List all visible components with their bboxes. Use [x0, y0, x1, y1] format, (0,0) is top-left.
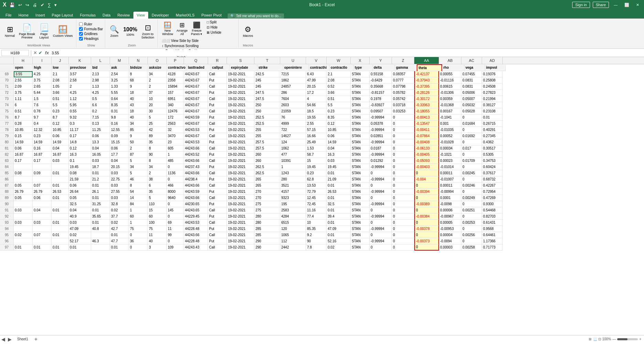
cell[interactable]: 44243.53	[184, 127, 208, 133]
cell[interactable]: 0	[461, 176, 482, 183]
redo-button[interactable]: ↪	[25, 2, 30, 8]
cell[interactable]: 44243.59	[184, 114, 208, 121]
cell[interactable]: -0.06133	[414, 145, 439, 152]
cell[interactable]: 44228.48	[184, 226, 208, 232]
cell[interactable]: Put	[208, 176, 227, 183]
cell[interactable]: 3.75	[14, 90, 33, 96]
cell[interactable]: STAN	[351, 121, 370, 127]
cell[interactable]: 1	[280, 164, 306, 170]
cell[interactable]: 0.00005	[439, 220, 461, 226]
cell[interactable]: -0.00378	[414, 226, 439, 232]
cell[interactable]: 4.25	[33, 71, 52, 77]
cell[interactable]: 285	[254, 232, 280, 238]
cell[interactable]: 44243.66	[184, 232, 208, 238]
cell[interactable]: 0.01	[14, 244, 33, 251]
cell[interactable]: 0.00251	[461, 207, 482, 213]
cell[interactable]: 0.51	[327, 96, 351, 102]
cell[interactable]: 44243.65	[184, 207, 208, 213]
cell[interactable]: 0.37617	[482, 170, 503, 176]
cell[interactable]: 0	[392, 164, 414, 170]
cell[interactable]: 2	[148, 84, 167, 90]
cell[interactable]: 4	[306, 96, 327, 102]
cell[interactable]: 19-02-2021	[227, 158, 254, 164]
cell[interactable]: 2583	[280, 207, 306, 213]
cell[interactable]: Call	[208, 207, 227, 213]
cell[interactable]: 2.09	[14, 84, 33, 90]
zoom-100-button[interactable]: 100% 100%	[122, 22, 139, 42]
cell[interactable]: 0.00359	[439, 96, 461, 102]
cell[interactable]: 0.001	[439, 121, 461, 127]
cell[interactable]: -0.99994	[370, 176, 392, 183]
cell[interactable]: -0.05093	[414, 158, 439, 164]
cell[interactable]: 12.55	[110, 127, 129, 133]
cell[interactable]: 0.05006	[461, 90, 482, 96]
cell[interactable]: 0.00246	[461, 183, 482, 189]
cell[interactable]: 0.01	[69, 244, 91, 251]
cell[interactable]: 10391	[280, 158, 306, 164]
cell[interactable]: 0.00253	[461, 220, 482, 226]
cell[interactable]: 0.01	[52, 183, 69, 189]
cell[interactable]: 8.35	[110, 102, 129, 108]
cell[interactable]: 34	[129, 121, 148, 127]
cell[interactable]: -0.33963	[414, 102, 439, 108]
cell[interactable]: 44243.67	[184, 90, 208, 96]
cell[interactable]: Call	[208, 195, 227, 201]
col-header-V[interactable]: V	[306, 57, 327, 64]
cell[interactable]: 30	[148, 108, 167, 114]
cell[interactable]: 21.09	[327, 176, 351, 183]
col-header-Q[interactable]: Q	[184, 57, 208, 64]
cell[interactable]: 9.8	[110, 114, 129, 121]
cell[interactable]: Call	[208, 244, 227, 251]
cell[interactable]: 0.28	[14, 121, 33, 127]
cell[interactable]: 47.99	[306, 77, 327, 84]
cell[interactable]: 0	[392, 213, 414, 220]
cell[interactable]: 0.5305	[482, 152, 503, 158]
cell[interactable]: 0.01	[91, 207, 110, 213]
ruler-checkbox-item[interactable]: Ruler	[79, 22, 103, 26]
cell[interactable]: 26.79	[33, 189, 52, 195]
cell[interactable]: 32.5	[69, 201, 91, 207]
cell[interactable]: 19-02-2021	[227, 189, 254, 195]
cell[interactable]: 0.0001	[439, 195, 461, 201]
cell[interactable]: 0.01	[327, 183, 351, 189]
cell[interactable]: 0.68732	[482, 176, 503, 183]
cell[interactable]: 47.09	[69, 226, 91, 232]
header-expirydate[interactable]: expirydate	[230, 65, 257, 71]
col-header-R[interactable]: R	[208, 57, 227, 64]
cell[interactable]: 100	[148, 220, 167, 226]
cell[interactable]: 275	[254, 201, 280, 207]
cell[interactable]: 31.25	[91, 201, 110, 207]
header-asksize[interactable]: asksize	[148, 65, 167, 71]
cell[interactable]	[33, 164, 52, 170]
cell[interactable]: -0.99994	[370, 238, 392, 244]
cell[interactable]: 0.23	[327, 108, 351, 114]
cell[interactable]: 0.00004	[439, 232, 461, 238]
cell[interactable]: 1	[129, 207, 148, 213]
cell[interactable]	[33, 213, 52, 220]
cell[interactable]: 62.8	[306, 176, 327, 183]
cell[interactable]: 21.2	[91, 176, 110, 183]
cell[interactable]: 1.53	[306, 145, 327, 152]
cell[interactable]: 0.27823	[482, 90, 503, 96]
cell[interactable]: 0.24508	[482, 84, 503, 90]
cell[interactable]: 0.04	[327, 145, 351, 152]
cell[interactable]: 5.5	[52, 102, 69, 108]
header-strike[interactable]: strike	[257, 65, 283, 71]
cell[interactable]: 0.0187	[370, 145, 392, 152]
cell[interactable]: 2	[148, 77, 167, 84]
cell[interactable]: 0	[392, 195, 414, 201]
cell[interactable]: 44230.65	[184, 201, 208, 207]
cell[interactable]: 1.5	[33, 96, 52, 102]
cell[interactable]: 340	[167, 102, 184, 108]
cell[interactable]: 43	[129, 102, 148, 108]
cell[interactable]: 5.55	[110, 90, 129, 96]
cell[interactable]: 0.01709	[461, 158, 482, 164]
cell[interactable]: 5	[148, 114, 167, 121]
cell[interactable]: 22.75	[110, 176, 129, 183]
cell[interactable]: STAN	[351, 158, 370, 164]
cell[interactable]: 14.59	[14, 139, 33, 145]
cell[interactable]: 44243.66	[184, 145, 208, 152]
cell[interactable]: 34	[148, 164, 167, 170]
cell[interactable]: 0.08	[14, 170, 33, 176]
cell[interactable]: 0.00258	[461, 244, 482, 251]
